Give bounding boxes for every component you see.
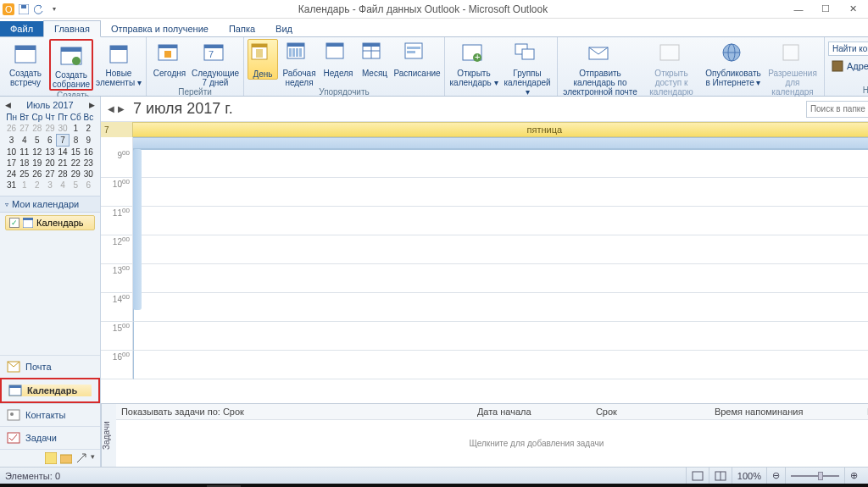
- day-cell[interactable]: 18: [18, 158, 31, 169]
- day-cell[interactable]: 29: [70, 169, 82, 180]
- checkbox-icon[interactable]: ✓: [9, 218, 19, 228]
- day-cell[interactable]: 31: [5, 180, 18, 191]
- day-cell[interactable]: 5: [70, 180, 82, 191]
- day-cell[interactable]: 6: [82, 180, 95, 191]
- col-start[interactable]: Дата начала: [477, 407, 562, 417]
- publish-online-button[interactable]: Опубликовать в Интернете ▾: [704, 39, 763, 87]
- mini-calendar[interactable]: ПнВтСрЧтПтСбВс26272829301234567891011121…: [0, 112, 100, 191]
- nav-calendar[interactable]: Календарь: [0, 378, 100, 403]
- schedule-view-button[interactable]: Расписание: [393, 39, 441, 78]
- zoom-slider[interactable]: [785, 468, 844, 484]
- day-cell[interactable]: 29: [43, 123, 56, 135]
- tab-folder[interactable]: Папка: [219, 21, 265, 36]
- col-due[interactable]: Срок: [596, 407, 681, 417]
- zoom-in-button[interactable]: ⊕: [844, 468, 863, 484]
- day-cell[interactable]: 28: [31, 123, 43, 135]
- day-cell[interactable]: 9: [82, 135, 95, 147]
- work-week-button[interactable]: Рабочая неделя: [280, 39, 319, 87]
- tab-home[interactable]: Главная: [43, 20, 101, 37]
- new-meeting-button[interactable]: Создать собрание: [49, 39, 93, 91]
- col-showby[interactable]: Показывать задачи по: Срок: [121, 407, 443, 417]
- close-button[interactable]: ✕: [846, 3, 860, 16]
- address-book-button[interactable]: Адресная книга: [828, 58, 868, 74]
- day-cell[interactable]: 28: [57, 169, 70, 180]
- new-appointment-button[interactable]: Создать встречу: [3, 39, 47, 87]
- day-cell[interactable]: 26: [31, 169, 43, 180]
- prev-day-button[interactable]: ◀: [108, 104, 114, 113]
- day-cell[interactable]: 1: [18, 180, 31, 191]
- add-task-hint[interactable]: Щелкните для добавления задачи: [116, 420, 868, 467]
- my-calendars-header[interactable]: ▿ Мои календари: [0, 196, 100, 213]
- day-cell[interactable]: 23: [82, 158, 95, 169]
- share-calendar-button[interactable]: Открыть доступ к календарю: [641, 39, 702, 97]
- day-cell[interactable]: 21: [57, 158, 70, 169]
- day-cell[interactable]: 2: [31, 180, 43, 191]
- zoom-out-button[interactable]: ⊖: [766, 468, 785, 484]
- day-cell[interactable]: 6: [43, 135, 56, 147]
- time-grid[interactable]: 9001000110012001300140015001600: [101, 149, 868, 403]
- day-cell[interactable]: 4: [57, 180, 70, 191]
- nav-contacts[interactable]: Контакты: [0, 403, 100, 426]
- day-cell[interactable]: 17: [5, 158, 18, 169]
- save-icon[interactable]: [17, 3, 31, 16]
- next-7-days-button[interactable]: 7 Следующие 7 дней: [191, 39, 240, 87]
- day-cell[interactable]: 30: [82, 169, 95, 180]
- day-cell[interactable]: 30: [57, 123, 70, 135]
- shortcuts-icon[interactable]: [75, 452, 87, 464]
- view-normal-button[interactable]: [686, 468, 709, 484]
- search-input[interactable]: [807, 104, 868, 113]
- prev-month-button[interactable]: ◀: [5, 101, 11, 109]
- day-cell[interactable]: 14: [57, 147, 70, 158]
- day-cell[interactable]: 22: [70, 158, 82, 169]
- day-cell[interactable]: 2: [82, 123, 95, 135]
- maximize-button[interactable]: ☐: [819, 3, 832, 16]
- calendar-permissions-button[interactable]: Разрешения для календаря: [765, 39, 821, 97]
- prev-appointment-handle[interactable]: [133, 149, 142, 310]
- today-button[interactable]: Сегодня: [150, 39, 189, 78]
- calendar-item[interactable]: ✓ Календарь: [5, 215, 95, 230]
- tab-send-receive[interactable]: Отправка и получение: [101, 21, 219, 36]
- day-cell[interactable]: 8: [70, 135, 82, 147]
- day-cell[interactable]: 7: [57, 135, 70, 147]
- time-slot[interactable]: [133, 235, 868, 264]
- time-slot[interactable]: [133, 264, 868, 293]
- time-slot[interactable]: [133, 207, 868, 235]
- undo-icon[interactable]: [32, 3, 46, 16]
- time-slot[interactable]: [133, 178, 868, 207]
- day-cell[interactable]: 27: [43, 169, 56, 180]
- nav-tasks[interactable]: Задачи: [0, 426, 100, 449]
- calendar-groups-button[interactable]: Группы календарей ▾: [501, 39, 554, 97]
- time-slot[interactable]: [133, 351, 868, 379]
- col-reminder[interactable]: Время напоминания: [715, 407, 833, 417]
- configure-buttons-icon[interactable]: ▾: [91, 452, 95, 464]
- find-contact-box[interactable]: Найти контакт ▾: [828, 42, 868, 56]
- day-cell[interactable]: 20: [43, 158, 56, 169]
- qat-dropdown-icon[interactable]: ▾: [47, 3, 61, 16]
- week-view-button[interactable]: Неделя: [320, 39, 356, 78]
- month-view-button[interactable]: Месяц: [358, 39, 392, 78]
- day-name[interactable]: пятница: [133, 122, 868, 137]
- day-cell[interactable]: 4: [18, 135, 31, 147]
- tab-file[interactable]: Файл: [0, 21, 43, 36]
- day-cell[interactable]: 12: [31, 147, 43, 158]
- task-columns[interactable]: Показывать задачи по: Срок Дата начала С…: [116, 404, 868, 420]
- view-reading-button[interactable]: [709, 468, 732, 484]
- day-cell[interactable]: 11: [18, 147, 31, 158]
- nav-mail[interactable]: Почта: [0, 355, 100, 378]
- new-items-button[interactable]: Новые элементы ▾: [95, 39, 142, 87]
- day-cell[interactable]: 13: [43, 147, 56, 158]
- all-day-row[interactable]: [101, 137, 868, 149]
- zoom-level[interactable]: 100%: [732, 468, 766, 484]
- day-cell[interactable]: 24: [5, 169, 18, 180]
- next-day-button[interactable]: ▶: [118, 104, 125, 113]
- day-cell[interactable]: 15: [70, 147, 82, 158]
- day-cell[interactable]: 26: [5, 123, 18, 135]
- open-calendar-button[interactable]: + Открыть календарь ▾: [448, 39, 499, 87]
- day-cell[interactable]: 10: [5, 147, 18, 158]
- time-slot[interactable]: [133, 293, 868, 322]
- day-cell[interactable]: 19: [31, 158, 43, 169]
- day-cell[interactable]: 3: [5, 135, 18, 147]
- notes-icon[interactable]: [45, 452, 57, 464]
- folder-icon[interactable]: [60, 452, 72, 464]
- search-box[interactable]: [806, 101, 868, 118]
